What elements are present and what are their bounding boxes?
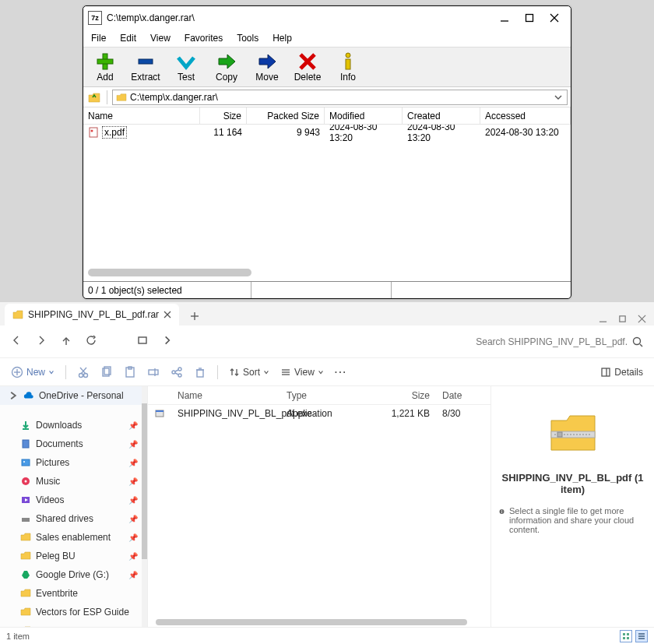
sidebar-documents[interactable]: Documents📌 (0, 435, 147, 453)
h-scrollbar[interactable] (156, 619, 467, 625)
share-icon[interactable] (171, 366, 183, 378)
copy-icon[interactable] (100, 366, 113, 378)
new-tab-button[interactable] (185, 307, 204, 326)
maximize-button[interactable] (618, 315, 627, 326)
sidebar-eventbrite[interactable]: Eventbrite (0, 584, 147, 603)
delete-icon[interactable] (194, 366, 206, 378)
svg-point-60 (25, 480, 27, 483)
svg-point-58 (23, 461, 25, 463)
sidebar-gdrive[interactable]: Google Drive (G:)📌 (0, 565, 147, 584)
menu-view[interactable]: View (150, 33, 171, 44)
sidebar-videos[interactable]: Videos📌 (0, 491, 147, 509)
copy-button[interactable]: Copy (211, 51, 242, 83)
col-date[interactable]: Date (436, 390, 467, 401)
col-name[interactable]: Name (171, 390, 280, 401)
back-button[interactable] (11, 335, 22, 348)
view-button[interactable]: View (280, 367, 324, 378)
sidebar-peleg[interactable]: Peleg BU📌 (0, 547, 147, 565)
side-scrollbar[interactable] (142, 386, 147, 627)
minimize-button[interactable] (499, 12, 510, 23)
file-row[interactable]: x.pdf 11 164 9 943 2024-08-30 13:20 2024… (83, 125, 571, 140)
file-row[interactable]: SHIPPING_INV_PL_BL_pdf.exe Application 1… (148, 405, 490, 422)
menu-file[interactable]: File (91, 33, 106, 44)
tabbar: SHIPPING_INV_PL_BL_pdf.rar (0, 302, 654, 326)
sidebar-downloads[interactable]: Downloads📌 (0, 416, 147, 435)
sidebar-sales[interactable]: Sales enablement📌 (0, 528, 147, 547)
col-created[interactable]: Created (403, 107, 480, 124)
maximize-button[interactable] (524, 12, 535, 23)
folder-icon (116, 93, 127, 102)
svg-point-14 (91, 130, 93, 132)
menu-favorites[interactable]: Favorites (185, 33, 223, 44)
window-title: C:\temp\x.danger.rar\ (107, 12, 499, 23)
details-view-button[interactable] (635, 630, 648, 642)
more-button[interactable]: ··· (335, 367, 347, 378)
paste-icon[interactable] (124, 366, 136, 378)
sort-button[interactable]: Sort (229, 367, 269, 378)
col-size[interactable]: Size (366, 390, 436, 401)
sidebar-onedrive[interactable]: OneDrive - Personal (0, 386, 147, 405)
path-input[interactable]: C:\temp\x.danger.rar\ (112, 90, 568, 105)
chevron-down-icon[interactable] (553, 93, 564, 102)
file-list[interactable]: x.pdf 11 164 9 943 2024-08-30 13:20 2024… (83, 125, 571, 281)
new-button[interactable]: New (11, 366, 54, 378)
forward-button[interactable] (36, 335, 47, 348)
sidebar-esguide[interactable]: ES Guide (0, 621, 147, 627)
thumbnail-view-button[interactable] (620, 630, 632, 642)
menu-edit[interactable]: Edit (120, 33, 136, 44)
h-scrollbar[interactable] (88, 269, 251, 276)
file-list[interactable]: Name Type Size Date SHIPPING_INV_PL_BL_p… (148, 386, 490, 627)
move-arrow-icon (257, 51, 277, 72)
svg-point-31 (84, 373, 88, 377)
details-button[interactable]: Details (600, 367, 643, 378)
sevenzip-window: 7z C:\temp\x.danger.rar\ File Edit View … (83, 5, 571, 299)
close-button[interactable] (638, 315, 646, 326)
extract-button[interactable]: Extract (130, 51, 161, 83)
titlebar[interactable]: 7z C:\temp\x.danger.rar\ (83, 6, 571, 30)
svg-rect-5 (97, 59, 113, 64)
up-button[interactable] (86, 90, 102, 105)
chevron-down-icon (48, 369, 54, 375)
info-button[interactable]: Info (332, 51, 364, 83)
col-accessed[interactable]: Accessed (480, 107, 571, 124)
minimize-button[interactable] (599, 315, 607, 326)
menu-help[interactable]: Help (272, 33, 292, 44)
command-bar: New Sort View ··· Details (0, 358, 654, 386)
statusbar: 0 / 1 object(s) selected (83, 281, 571, 298)
close-button[interactable] (549, 12, 560, 23)
test-button[interactable]: Test (171, 51, 202, 83)
svg-rect-24 (139, 337, 146, 343)
breadcrumb-root[interactable] (137, 335, 148, 348)
zip-folder-icon (12, 309, 23, 320)
sidebar-pictures[interactable]: Pictures📌 (0, 453, 147, 472)
svg-marker-7 (219, 55, 235, 69)
search-box[interactable]: Search SHIPPING_INV_PL_BL_pdf. (476, 336, 643, 347)
cut-icon[interactable] (77, 366, 90, 378)
col-name[interactable]: Name (83, 107, 200, 124)
svg-point-30 (79, 373, 83, 377)
svg-point-11 (346, 53, 350, 58)
col-type[interactable]: Type (280, 390, 366, 401)
sidebar-shared-drives[interactable]: Shared drives📌 (0, 509, 147, 528)
col-size[interactable]: Size (200, 107, 247, 124)
rename-icon[interactable] (147, 366, 160, 378)
close-tab-icon[interactable] (164, 311, 171, 318)
breadcrumb-chevron[interactable] (162, 335, 173, 348)
add-button[interactable]: Add (90, 51, 121, 83)
svg-rect-38 (149, 370, 158, 375)
svg-point-72 (501, 510, 502, 511)
col-modified[interactable]: Modified (325, 107, 403, 124)
svg-rect-6 (139, 59, 153, 64)
col-packed[interactable]: Packed Size (247, 107, 325, 124)
refresh-button[interactable] (86, 335, 97, 348)
list-header: Name Type Size Date (148, 386, 490, 405)
move-button[interactable]: Move (251, 51, 283, 83)
sidebar-music[interactable]: Music📌 (0, 472, 147, 491)
menu-tools[interactable]: Tools (237, 33, 258, 44)
explorer-window: SHIPPING_INV_PL_BL_pdf.rar Search SHIPPI… (0, 302, 654, 644)
up-button[interactable] (61, 335, 72, 348)
tab[interactable]: SHIPPING_INV_PL_BL_pdf.rar (5, 304, 179, 326)
delete-button[interactable]: Delete (292, 51, 323, 83)
sidebar-vectors[interactable]: Vectors for ESP Guide (0, 603, 147, 621)
search-icon (632, 336, 643, 347)
